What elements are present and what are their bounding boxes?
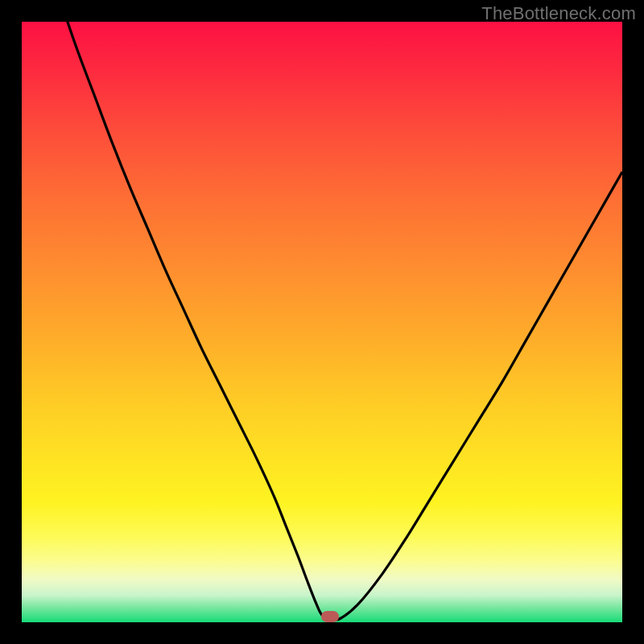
watermark-text: TheBottleneck.com [481,3,636,24]
bottleneck-curve [22,22,622,622]
minimum-marker [321,611,339,622]
plot-area [22,22,622,622]
chart-frame: TheBottleneck.com [0,0,644,644]
curve-path [22,22,622,620]
